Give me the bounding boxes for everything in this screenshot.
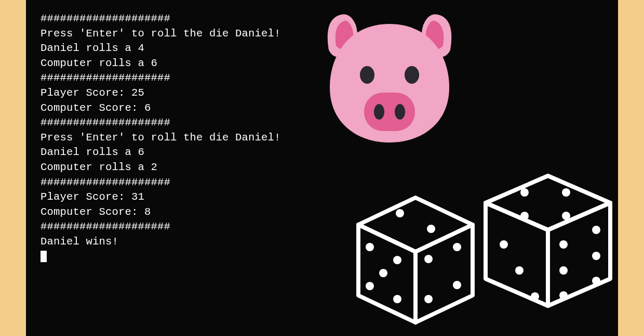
- svg-point-18: [520, 212, 529, 220]
- terminal-line: Daniel rolls a 6: [41, 145, 603, 160]
- svg-point-4: [395, 104, 405, 120]
- svg-point-15: [453, 281, 461, 289]
- terminal-cursor: [41, 251, 47, 262]
- svg-point-0: [360, 66, 374, 84]
- svg-point-9: [379, 269, 387, 277]
- svg-point-1: [405, 66, 419, 84]
- svg-point-17: [562, 188, 570, 197]
- svg-point-16: [520, 188, 529, 197]
- svg-point-26: [592, 252, 600, 260]
- svg-point-3: [374, 104, 384, 120]
- svg-point-27: [559, 291, 568, 300]
- svg-point-7: [366, 243, 374, 251]
- svg-point-23: [559, 240, 568, 249]
- svg-point-11: [393, 295, 401, 303]
- svg-point-22: [531, 292, 539, 301]
- svg-point-19: [562, 212, 570, 220]
- svg-point-8: [393, 256, 401, 264]
- svg-point-10: [366, 282, 374, 290]
- svg-point-21: [515, 266, 524, 275]
- svg-point-14: [424, 295, 433, 303]
- svg-point-12: [424, 255, 433, 263]
- svg-point-13: [453, 243, 461, 251]
- svg-point-6: [427, 225, 435, 233]
- dice-icon: [338, 172, 618, 333]
- pig-face-icon: [319, 9, 460, 145]
- svg-point-20: [500, 240, 508, 249]
- svg-point-28: [592, 277, 600, 285]
- svg-point-25: [559, 266, 568, 275]
- svg-rect-2: [364, 93, 415, 131]
- svg-point-5: [396, 209, 404, 217]
- svg-point-24: [592, 226, 600, 234]
